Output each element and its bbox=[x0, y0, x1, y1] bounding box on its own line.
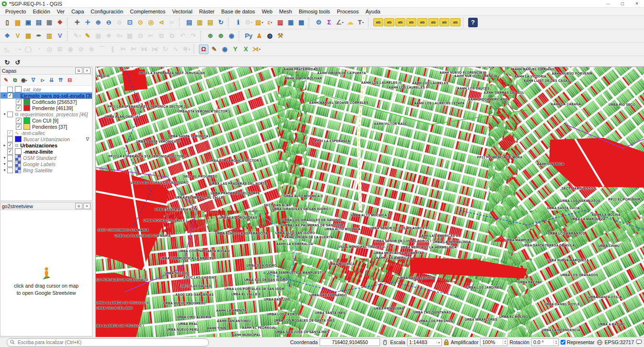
layer-checkbox[interactable] bbox=[7, 136, 13, 142]
menu-vectorial[interactable]: Vectorial bbox=[169, 8, 196, 15]
layer-checkbox[interactable]: ✓ bbox=[7, 130, 13, 136]
measure-line-icon[interactable]: ∠▾ bbox=[335, 18, 345, 27]
open-project-icon[interactable]: ▆ bbox=[13, 18, 23, 27]
metasearch-add-wms-icon[interactable]: ⊕ bbox=[206, 31, 215, 41]
menu-ver[interactable]: Ver bbox=[54, 8, 69, 15]
select-features-icon[interactable]: ▧▾ bbox=[254, 18, 264, 27]
refresh-map-icon[interactable]: ↻ bbox=[216, 18, 226, 27]
help-icon[interactable]: ? bbox=[468, 18, 478, 27]
close-panel-icon[interactable]: ✕ bbox=[83, 203, 91, 209]
add-raster-layer-icon[interactable]: ▦ bbox=[23, 31, 33, 41]
metasearch-icon[interactable]: ◉ bbox=[227, 31, 236, 41]
locator-box[interactable] bbox=[7, 338, 209, 347]
maximize-button[interactable]: ▢ bbox=[615, 0, 630, 7]
collapse-icon[interactable]: ▾ bbox=[2, 93, 7, 98]
zoom-last-icon[interactable]: ⊲ bbox=[157, 18, 166, 27]
nav-forward-icon[interactable]: ↻ bbox=[2, 58, 12, 67]
map-tips-icon[interactable]: ☁ bbox=[345, 18, 355, 27]
field-calculator-icon[interactable]: ▩ bbox=[297, 18, 306, 27]
add-delimited-text-layer-icon[interactable]: ✒ bbox=[34, 31, 44, 41]
menu-complementos[interactable]: Complementos bbox=[126, 8, 169, 15]
menu-capa[interactable]: Capa bbox=[68, 8, 87, 15]
layer-item-buscar-urbanizacion[interactable]: Buscar Urbanizacion∇ bbox=[0, 136, 92, 142]
layer-item-osm-standard[interactable]: ▾OSM Standard bbox=[0, 155, 92, 161]
show-spatial-bookmarks-icon[interactable]: ▥ bbox=[195, 18, 205, 27]
add-vector-layer-icon[interactable]: V bbox=[13, 31, 23, 41]
show-unsaved-edits-icon[interactable]: ◉ bbox=[220, 45, 230, 54]
pan-map-icon[interactable]: ✛ bbox=[72, 18, 82, 27]
menu-configuraci-n[interactable]: Configuración bbox=[87, 8, 126, 15]
python-console-icon[interactable]: Py bbox=[244, 31, 253, 41]
new-spatial-bookmark-icon[interactable]: ▤ bbox=[184, 18, 194, 27]
layout-manager-icon[interactable]: ▦ bbox=[45, 18, 54, 27]
zoom-to-layer-icon[interactable]: ◎ bbox=[146, 18, 156, 27]
menu-bimosig-tools[interactable]: Bimosig tools bbox=[295, 8, 333, 15]
remove-layer-icon[interactable]: ⊟ bbox=[65, 76, 74, 84]
layer-checkbox[interactable]: ✓ bbox=[7, 93, 13, 99]
zoom-out-icon[interactable]: ⊖ bbox=[104, 18, 114, 27]
label-toolbar-pin-unpin-icon[interactable]: ab bbox=[406, 18, 416, 26]
menu-r-ster[interactable]: Ráster bbox=[196, 8, 218, 15]
close-button[interactable]: ✕ bbox=[630, 0, 644, 7]
add-group-icon[interactable]: ⧉ bbox=[11, 76, 20, 84]
label-toolbar-change-icon[interactable]: ab bbox=[450, 18, 460, 26]
layer-checkbox[interactable] bbox=[7, 87, 13, 92]
layer-checkbox[interactable]: ✓ bbox=[16, 99, 22, 105]
layer-item-pendientes-37[interactable]: ✓Pendientes [37] bbox=[0, 123, 92, 130]
select-by-expression-icon[interactable]: ε▾ bbox=[265, 18, 275, 27]
save-project-icon[interactable]: ▣ bbox=[23, 18, 33, 27]
collapse-icon[interactable]: ▾ bbox=[2, 156, 7, 160]
layer-checkbox[interactable]: ✓ bbox=[16, 105, 22, 111]
layer-checkbox[interactable] bbox=[7, 168, 13, 173]
label-toolbar-show-hide-icon[interactable]: ab bbox=[417, 18, 427, 26]
zoom-full-icon[interactable]: ⊡ bbox=[125, 18, 135, 27]
layer-item-cat-lote[interactable]: cat_lote bbox=[0, 86, 92, 92]
nav-back-icon[interactable]: ↺ bbox=[13, 58, 23, 67]
rotation-spinner[interactable]: 0.0 ° ▲▼ bbox=[531, 338, 559, 346]
layer-item-text-callec[interactable]: ✓∿-text-callec bbox=[0, 130, 92, 136]
collapse-all-icon[interactable]: ⇈ bbox=[56, 76, 65, 84]
go2streetview-tool-icon[interactable]: ♟ bbox=[254, 31, 264, 41]
extent-toggle-icon[interactable] bbox=[382, 339, 388, 346]
zoom-to-selection-icon[interactable]: ⊙ bbox=[136, 18, 145, 27]
menu-procesos[interactable]: Procesos bbox=[334, 8, 362, 15]
float-panel-icon[interactable]: ⧉ bbox=[75, 67, 82, 74]
toggle-editing-icon[interactable]: ✎ bbox=[83, 31, 92, 41]
expand-icon[interactable]: ▸ bbox=[2, 143, 7, 147]
label-toolbar-pin-icon[interactable]: ab bbox=[373, 18, 383, 26]
crs-label[interactable]: EPSG:32717 bbox=[605, 339, 634, 345]
lock-scale-icon[interactable] bbox=[444, 339, 449, 346]
new-print-layout-icon[interactable]: ▤ bbox=[34, 18, 44, 27]
open-attribute-table-icon[interactable]: ▦ bbox=[286, 18, 296, 27]
layer-checkbox[interactable] bbox=[7, 112, 13, 117]
topology-checker-icon[interactable]: ⋊▾ bbox=[252, 45, 261, 54]
menu-ayuda[interactable]: Ayuda bbox=[362, 8, 384, 15]
layer-checkbox[interactable]: ✓ bbox=[7, 149, 13, 155]
layer-item-con-cui-9[interactable]: ✓Con CUI [9] bbox=[0, 117, 92, 123]
collapse-icon[interactable]: ▾ bbox=[2, 112, 7, 116]
layer-item-bing-satellite[interactable]: ▾Bing Satellite bbox=[0, 167, 92, 173]
menu-mesh[interactable]: Mesh bbox=[276, 8, 296, 15]
menu-base-de-datos[interactable]: Base de datos bbox=[218, 8, 258, 15]
pan-to-selection-icon[interactable]: ✛ bbox=[83, 18, 92, 27]
spinner-arrows-icon[interactable]: ▲▼ bbox=[553, 340, 558, 345]
style-manager-icon[interactable]: ❖ bbox=[55, 18, 65, 27]
identify-features-icon[interactable]: ℹ bbox=[233, 18, 243, 27]
label-toolbar-rotate-icon[interactable]: ab bbox=[439, 18, 449, 26]
layer-checkbox[interactable] bbox=[7, 155, 13, 161]
layer-checkbox[interactable]: ✓ bbox=[7, 143, 13, 148]
menu-proyecto[interactable]: Proyecto bbox=[2, 8, 29, 15]
datasource-manager-icon[interactable]: ❖ bbox=[2, 31, 12, 41]
filter-indicator-icon[interactable]: ∇ bbox=[86, 136, 89, 142]
menu-web[interactable]: Web bbox=[258, 8, 276, 15]
map-canvas[interactable] bbox=[96, 67, 644, 337]
zoom-in-icon[interactable]: ⊕ bbox=[93, 18, 103, 27]
minimize-button[interactable]: — bbox=[601, 0, 615, 7]
layer-checkbox[interactable]: ✓ bbox=[16, 124, 22, 130]
label-toolbar-move-icon[interactable]: ab bbox=[428, 18, 438, 26]
layer-item-google-labels[interactable]: ▾Google Labels bbox=[0, 161, 92, 167]
magnifier-spinner[interactable]: 100% ▲▼ bbox=[480, 338, 507, 346]
label-toolbar-color-icon[interactable]: ab bbox=[384, 18, 394, 26]
layer-item-requerimientos-proyectos-46[interactable]: ▾⧉requerimientos_proyectos [46] bbox=[0, 111, 92, 117]
layer-item-urbanizaciones[interactable]: ▸✓⧉Urbanizaciones bbox=[0, 142, 92, 148]
